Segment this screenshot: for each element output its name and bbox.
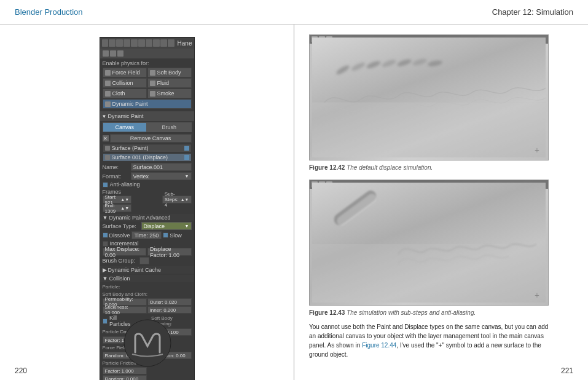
- sim-svg-2: [312, 183, 546, 303]
- surface-check1: [184, 146, 189, 151]
- force-field-icon: [105, 70, 111, 76]
- max-displace-btn[interactable]: Max Displace: 0.00: [103, 248, 147, 256]
- sim-svg-1: [312, 38, 546, 157]
- time-btn[interactable]: Time: 250: [131, 231, 162, 239]
- remove-canvas-row: ✕ Remove Canvas: [100, 133, 194, 143]
- svg-point-7: [412, 58, 427, 67]
- kill-particles-checkbox[interactable]: [103, 319, 108, 324]
- remove-canvas-button[interactable]: Remove Canvas: [110, 134, 192, 143]
- svg-point-8: [427, 60, 442, 68]
- dissolve-row: Dissolve Time: 250 Slow: [100, 231, 194, 240]
- dynamic-paint-icon: [105, 101, 111, 107]
- slow-row: Slow: [163, 232, 182, 239]
- collision-header: ▼ Collision: [100, 275, 194, 282]
- smoke-btn[interactable]: Smoke: [147, 89, 192, 98]
- svg-rect-9: [312, 244, 546, 303]
- svg-point-4: [366, 60, 381, 70]
- surface-type-dropdown[interactable]: Displace ▼: [141, 222, 192, 230]
- svg-point-0: [124, 320, 171, 366]
- name-input[interactable]: Surface.001: [131, 163, 192, 171]
- end-frame-btn[interactable]: End: 1309 ▲▼: [103, 204, 132, 212]
- panel-subbar: [100, 49, 194, 58]
- subbar-icon1: [103, 50, 109, 57]
- crosshair-2: +: [535, 291, 543, 300]
- displace-factor-btn[interactable]: Displace Factor: 1.00: [147, 248, 192, 256]
- surface-item-displace[interactable]: Surface 001 (Displace): [103, 153, 192, 162]
- cloth-icon: [105, 91, 111, 97]
- surface-list: Surface (Paint) Surface 001 (Displace): [103, 144, 192, 162]
- substeps-btn[interactable]: Sub-Steps: 4 ▲▼: [162, 196, 192, 204]
- publisher-logo: [123, 319, 172, 368]
- brush-tab[interactable]: Brush: [147, 122, 192, 132]
- toolbar-icon5: [131, 39, 138, 47]
- canvas-tab[interactable]: Canvas: [103, 122, 147, 132]
- outer-btn[interactable]: Outer: 0.020: [147, 298, 192, 306]
- svg-point-2: [335, 64, 351, 76]
- collision-icon: [105, 81, 111, 86]
- svg-point-5: [381, 58, 396, 69]
- frames-grid: Start: 921 ▲▼ Sub-Steps: 4 ▲▼ End: 1309 …: [103, 196, 192, 212]
- random2-btn[interactable]: Random: 0.000: [103, 375, 147, 380]
- figure-ref-link[interactable]: Figure 12.44: [362, 342, 396, 349]
- subbar-icon2: [110, 50, 116, 57]
- body-text: You cannot use both the Paint and Displa…: [309, 322, 549, 359]
- anti-aliasing-checkbox[interactable]: [103, 182, 108, 188]
- svg-rect-11: [335, 192, 378, 227]
- header-left-title: Blender Production: [15, 7, 83, 17]
- toolbar-icon3: [116, 39, 123, 47]
- dynamic-paint-btn[interactable]: Dynamic Paint: [103, 99, 192, 109]
- cloth-btn[interactable]: Cloth: [103, 89, 147, 98]
- toolbar-icon7: [146, 39, 152, 47]
- body-text-content: You cannot use both the Paint and Displa…: [309, 323, 548, 358]
- right-content: + Figure 12.42 The default displace simu…: [294, 25, 588, 369]
- format-field-row: Format: Vertex ▼: [100, 172, 194, 181]
- page-number-left: 220: [15, 366, 27, 375]
- name-label: Name:: [103, 164, 128, 170]
- soft-body-btn[interactable]: Soft Body: [147, 68, 192, 77]
- page-number-right: 221: [561, 366, 573, 375]
- crosshair-1: +: [535, 146, 543, 155]
- dp-cache-header: ▶ Dynamic Paint Cache: [100, 266, 194, 274]
- sim-image-2: +: [309, 180, 549, 306]
- soft-body-icon: [150, 70, 155, 76]
- surface-check2: [184, 155, 189, 160]
- factor2-btn[interactable]: Factor: 1.000: [103, 367, 147, 374]
- smoke-icon: [150, 91, 155, 97]
- force-field-btn[interactable]: Force Field: [103, 68, 147, 77]
- displace-row: Max Displace: 0.00 Displace Factor: 1.00: [100, 247, 194, 256]
- close-icon[interactable]: ✕: [103, 135, 109, 141]
- toolbar-icon9: [160, 39, 167, 47]
- stickiness-btn[interactable]: Stickiness: 10.000: [103, 306, 147, 314]
- figure-43-caption: Figure 12.43 The simulation with sub-ste…: [309, 309, 573, 316]
- surface-type-row: Surface Type: Displace ▼: [100, 221, 194, 231]
- logo-svg: [123, 319, 172, 368]
- svg-point-3: [350, 61, 366, 72]
- toolbar-name: Hane: [178, 40, 192, 47]
- page-header: Blender Production Chapter 12: Simulatio…: [0, 0, 588, 25]
- dissolve-checkbox[interactable]: [103, 232, 108, 238]
- frames-section: Frames Start: 921 ▲▼ Sub-Steps: 4 ▲▼ End…: [100, 188, 194, 213]
- fluid-btn[interactable]: Fluid: [147, 78, 192, 88]
- inner-btn[interactable]: Inner: 0.200: [147, 306, 192, 314]
- fluid-icon: [150, 81, 155, 86]
- sim-image-1-inner: [312, 38, 546, 157]
- physics-grid: Force Field Soft Body Collision Fluid Cl…: [100, 68, 194, 111]
- surface-item-paint[interactable]: Surface (Paint): [103, 144, 192, 152]
- slow-checkbox[interactable]: [163, 232, 168, 238]
- canvas-brush-tabs: Canvas Brush: [103, 122, 192, 132]
- toolbar-icon6: [138, 39, 145, 47]
- surface-type-label: Surface Type:: [103, 223, 139, 229]
- toolbar-icon2: [109, 39, 116, 47]
- enable-physics-label: Enable physics for:: [100, 58, 194, 68]
- dp-advanced-header: ▼ Dynamic Paint Advanced: [100, 214, 194, 221]
- surface-displace-icon: [105, 155, 110, 160]
- sim-image-2-inner: [312, 183, 546, 303]
- toolbar-icon10: [168, 39, 174, 47]
- sim-image-1: +: [309, 34, 549, 160]
- collision-btn[interactable]: Collision: [103, 78, 147, 88]
- format-dropdown[interactable]: Vertex ▼: [131, 172, 192, 180]
- subbar-icon3: [117, 50, 123, 57]
- toolbar-icon4: [123, 39, 130, 47]
- panel-toolbar: Hane: [100, 38, 194, 49]
- header-right-title: Chapter 12: Simulation: [492, 7, 573, 17]
